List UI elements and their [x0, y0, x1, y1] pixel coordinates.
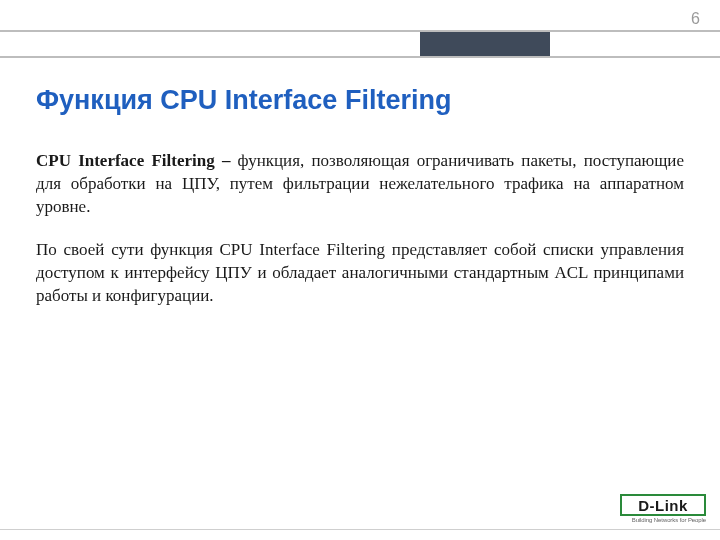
page-title: Функция CPU Interface Filtering [36, 85, 451, 116]
paragraph-2: По своей сути функция CPU Interface Filt… [36, 239, 684, 308]
header-rule-bottom [0, 56, 720, 58]
body-content: CPU Interface Filtering – функция, позво… [36, 150, 684, 328]
paragraph-1: CPU Interface Filtering – функция, позво… [36, 150, 684, 219]
header-accent-box [420, 32, 550, 56]
header-bar [0, 30, 720, 58]
page-number: 6 [691, 10, 700, 28]
header-rule-top [0, 30, 720, 32]
brand-logo-text: D-Link [620, 494, 706, 516]
brand-logo-tagline: Building Networks for People [610, 517, 706, 523]
brand-logo: D-Link Building Networks for People [610, 494, 706, 528]
footer-rule [0, 529, 720, 530]
paragraph-1-lead: CPU Interface Filtering – [36, 151, 238, 170]
